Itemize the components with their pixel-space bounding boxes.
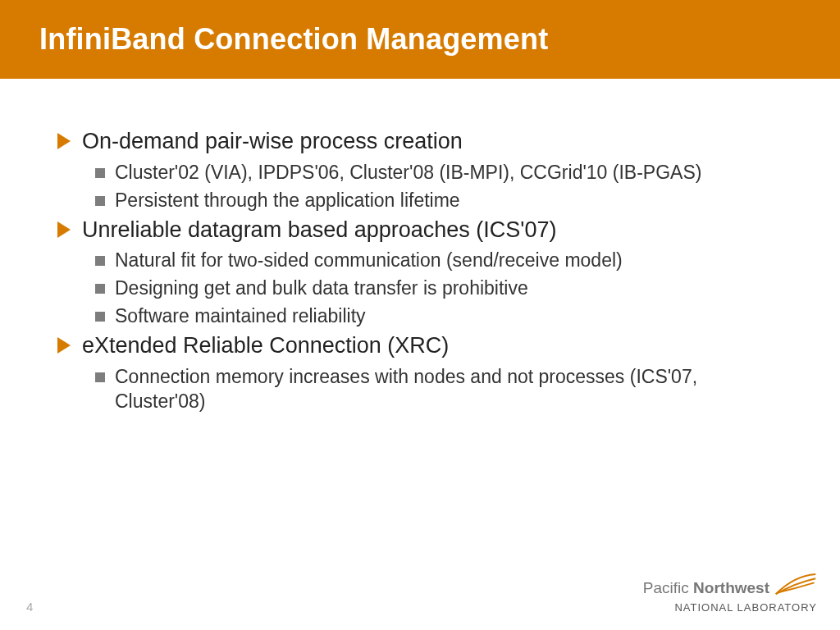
- square-bullet-icon: [95, 312, 105, 322]
- logo-subtext: NATIONAL LABORATORY: [643, 601, 817, 614]
- triangle-bullet-icon: [57, 337, 71, 354]
- list-subitem: Natural fit for two-sided communication …: [95, 249, 783, 273]
- list-subitem: Connection memory increases with nodes a…: [95, 365, 783, 414]
- list-subitem-text: Software maintained reliability: [115, 304, 366, 329]
- logo-brand-line: Pacific Northwest: [643, 576, 817, 600]
- list-subitem-text: Natural fit for two-sided communication …: [115, 249, 623, 273]
- square-bullet-icon: [95, 284, 105, 294]
- list-item-text: Unreliable datagram based approaches (IC…: [82, 217, 556, 244]
- slide-content: On-demand pair-wise process creation Clu…: [0, 79, 840, 413]
- logo-brand-b: Northwest: [693, 579, 769, 596]
- list-subitem: Persistent through the application lifet…: [95, 189, 783, 213]
- logo-brand-a: Pacific: [643, 579, 689, 596]
- triangle-bullet-icon: [57, 221, 71, 238]
- list-item: eXtended Reliable Connection (XRC): [57, 332, 783, 360]
- square-bullet-icon: [95, 372, 105, 382]
- swoosh-icon: [774, 573, 817, 597]
- list-subitem-text: Designing get and bulk data transfer is …: [115, 276, 528, 301]
- list-subitem: Designing get and bulk data transfer is …: [95, 276, 783, 301]
- list-subitem-text: Connection memory increases with nodes a…: [115, 365, 783, 414]
- list-subitem: Software maintained reliability: [95, 304, 783, 329]
- list-subitem-text: Persistent through the application lifet…: [115, 189, 460, 213]
- square-bullet-icon: [95, 256, 105, 266]
- title-bar: InfiniBand Connection Management: [0, 0, 840, 79]
- list-item-text: On-demand pair-wise process creation: [82, 128, 463, 156]
- square-bullet-icon: [95, 168, 105, 178]
- list-item-text: eXtended Reliable Connection (XRC): [82, 332, 449, 360]
- list-item: On-demand pair-wise process creation: [57, 128, 783, 156]
- list-subitem-text: Cluster'02 (VIA), IPDPS'06, Cluster'08 (…: [115, 161, 701, 185]
- triangle-bullet-icon: [57, 133, 71, 149]
- slide: InfiniBand Connection Management On-dema…: [0, 0, 840, 630]
- square-bullet-icon: [95, 196, 105, 206]
- logo-brand-text: Pacific Northwest: [643, 579, 769, 597]
- pnnl-logo: Pacific Northwest NATIONAL LABORATORY: [643, 576, 817, 614]
- slide-title: InfiniBand Connection Management: [39, 22, 548, 57]
- page-number: 4: [26, 600, 33, 614]
- list-subitem: Cluster'02 (VIA), IPDPS'06, Cluster'08 (…: [95, 161, 783, 185]
- list-item: Unreliable datagram based approaches (IC…: [57, 217, 783, 244]
